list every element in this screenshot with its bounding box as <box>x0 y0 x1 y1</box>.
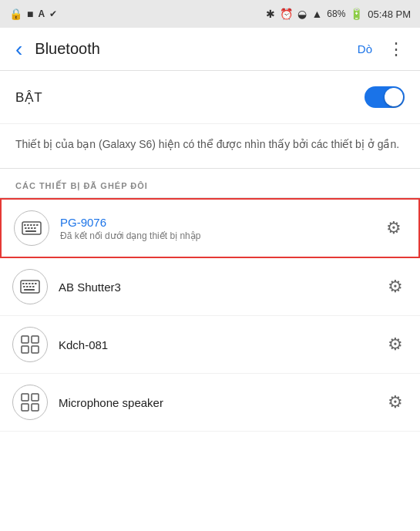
device-info-ab-shutter3: AB Shutter3 <box>59 281 383 294</box>
page-title: Bluetooth <box>35 40 357 58</box>
device-icon-media <box>12 327 48 362</box>
svg-rect-14 <box>29 283 31 284</box>
device-item-microphone-speaker[interactable]: Microphone speaker ⚙ <box>0 374 420 432</box>
device-settings-microphone-speaker[interactable]: ⚙ <box>383 388 408 417</box>
svg-rect-28 <box>22 404 29 411</box>
device-item-kdch081[interactable]: Kdch-081 ⚙ <box>0 316 420 374</box>
visibility-description: Thiết bị của bạn (Galaxy S6) hiện có thể… <box>0 124 420 169</box>
svg-rect-8 <box>31 227 33 229</box>
svg-rect-10 <box>25 230 36 232</box>
time-display: 05:48 PM <box>368 8 411 20</box>
svg-rect-16 <box>35 283 37 284</box>
device-name-pg9076: PG-9076 <box>60 216 381 229</box>
device-icon-media-2 <box>12 385 48 420</box>
back-button[interactable]: ‹ <box>12 34 25 65</box>
device-item-pg9076[interactable]: PG-9076 Đã kết nối dưới dạng thiết bị nh… <box>0 198 420 258</box>
alarm-icon: ⏰ <box>280 8 293 20</box>
wifi-icon: ◒ <box>297 8 307 20</box>
svg-rect-20 <box>32 286 35 287</box>
svg-rect-22 <box>22 336 29 343</box>
svg-rect-3 <box>30 224 32 226</box>
sim-icon: ■ <box>27 8 33 20</box>
svg-rect-12 <box>22 283 25 284</box>
device-status-pg9076: Đã kết nối dưới dạng thiết bị nhập <box>60 230 381 241</box>
device-name-kdch081: Kdch-081 <box>59 338 383 351</box>
svg-rect-23 <box>32 336 39 343</box>
svg-rect-6 <box>25 227 27 229</box>
device-icon-keyboard-2 <box>12 269 48 304</box>
signal-icon: ▲ <box>311 8 322 20</box>
svg-rect-26 <box>22 394 29 401</box>
svg-rect-1 <box>24 224 26 226</box>
status-bar: 🔒 ■ A ✔ ✱ ⏰ ◒ ▲ 68% 🔋 05:48 PM <box>0 0 420 28</box>
device-settings-ab-shutter3[interactable]: ⚙ <box>383 272 408 301</box>
svg-rect-19 <box>29 286 32 287</box>
device-info-kdch081: Kdch-081 <box>59 338 383 351</box>
bluetooth-status-icon: ✱ <box>266 8 275 20</box>
svg-rect-18 <box>26 286 29 287</box>
svg-rect-21 <box>24 289 35 291</box>
toggle-label: BẬT <box>15 89 42 106</box>
app-bar: ‹ Bluetooth Dò ⋮ <box>0 28 420 71</box>
svg-rect-27 <box>32 394 39 401</box>
keyboard-icon-2 <box>20 277 40 297</box>
device-item-ab-shutter3[interactable]: AB Shutter3 ⚙ <box>0 258 420 316</box>
device-name-microphone-speaker: Microphone speaker <box>59 396 383 409</box>
content-area: BẬT Thiết bị của bạn (Galaxy S6) hiện có… <box>0 71 420 432</box>
media-icon <box>20 334 40 355</box>
battery-icon: 🔋 <box>350 8 363 20</box>
device-settings-kdch081[interactable]: ⚙ <box>383 330 408 359</box>
svg-rect-9 <box>34 227 36 229</box>
device-info-microphone-speaker: Microphone speaker <box>59 396 383 409</box>
svg-rect-13 <box>25 283 28 284</box>
svg-rect-15 <box>32 283 34 284</box>
more-options-button[interactable]: ⋮ <box>385 36 408 62</box>
scan-action-button[interactable]: Dò <box>358 42 372 55</box>
svg-rect-2 <box>27 224 29 226</box>
status-bar-left: 🔒 ■ A ✔ <box>9 8 57 20</box>
bluetooth-toggle-row: BẬT <box>0 71 420 124</box>
media-icon-2 <box>20 392 40 412</box>
device-settings-pg9076[interactable]: ⚙ <box>381 213 406 243</box>
svg-rect-29 <box>32 404 39 411</box>
svg-rect-4 <box>33 224 35 226</box>
check-icon: ✔ <box>49 8 57 19</box>
paired-devices-header: CÁC THIẾT BỊ ĐÃ GHÉP ĐÔI <box>0 169 420 198</box>
svg-rect-24 <box>22 346 29 353</box>
bluetooth-toggle[interactable] <box>365 86 405 108</box>
svg-rect-5 <box>36 224 39 226</box>
svg-rect-17 <box>23 286 25 287</box>
a-icon: A <box>38 8 45 19</box>
device-info-pg9076: PG-9076 Đã kết nối dưới dạng thiết bị nh… <box>60 216 381 241</box>
lock-icon: 🔒 <box>9 8 22 20</box>
battery-percent: 68% <box>327 8 345 19</box>
keyboard-icon <box>22 218 42 238</box>
svg-rect-25 <box>32 346 39 353</box>
device-icon-keyboard <box>14 210 49 246</box>
status-bar-right: ✱ ⏰ ◒ ▲ 68% 🔋 05:48 PM <box>266 8 411 20</box>
svg-rect-7 <box>28 227 30 229</box>
paired-devices-list: PG-9076 Đã kết nối dưới dạng thiết bị nh… <box>0 198 420 432</box>
device-name-ab-shutter3: AB Shutter3 <box>59 281 383 294</box>
